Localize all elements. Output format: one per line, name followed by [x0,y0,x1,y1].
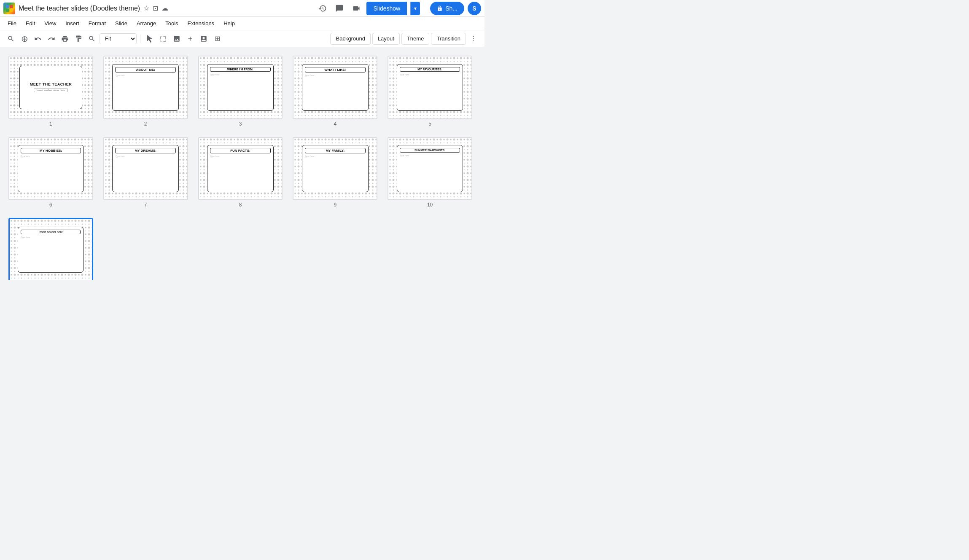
undo-button[interactable] [32,33,44,45]
search-button[interactable] [5,33,17,45]
add-button[interactable]: ⊕ [19,33,30,45]
slide-number-3: 3 [239,121,242,127]
image-tool[interactable] [171,33,183,45]
svg-rect-2 [6,9,9,12]
header-right: Slideshow ▾ Sh... S [316,2,481,15]
slides-grid: MEET THE TEACHER Insert teacher name her… [8,56,472,280]
slide-5[interactable]: MY FAVOURITES: Type here [388,56,472,119]
slide-wrapper-7: MY DREAMS: Type here 7 [103,137,188,208]
star-icon[interactable]: ☆ [143,4,149,12]
select-tool[interactable] [157,33,169,45]
slide-8[interactable]: FUN FACTS: Type here [198,137,283,201]
menu-slide[interactable]: Slide [111,19,132,28]
slide-number-8: 8 [239,202,242,208]
folder-icon[interactable]: ⊡ [153,4,158,12]
slide-6[interactable]: MY HOBBIES: Type here [8,137,93,201]
slide-wrapper-3: WHERE I'M FROM: Type here 3 [198,56,283,127]
slide-wrapper-11: Insert header here Type here 11 [8,218,93,280]
toolbar-divider-1 [140,35,140,43]
cloud-icon[interactable]: ☁ [162,4,168,12]
slide-wrapper-5: MY FAVOURITES: Type here 5 [388,56,472,127]
slide-wrapper-8: FUN FACTS: Type here 8 [198,137,283,208]
menu-help[interactable]: Help [219,19,239,28]
slide-7[interactable]: MY DREAMS: Type here [103,137,188,201]
svg-rect-3 [10,9,13,12]
toolbar: ⊕ Fit 50% 75% 100% 125% 150% 200% ⊞ Back… [0,30,484,47]
svg-rect-0 [6,5,9,8]
video-button[interactable] [350,2,363,15]
theme-button[interactable]: Theme [401,33,429,45]
shape-tool[interactable] [184,33,196,45]
slide-number-6: 6 [49,202,52,208]
menu-view[interactable]: View [40,19,60,28]
zoom-search-button[interactable] [86,33,98,45]
redo-button[interactable] [46,33,57,45]
menu-file[interactable]: File [3,19,21,28]
menu-format[interactable]: Format [84,19,110,28]
print-button[interactable] [59,33,71,45]
more-options-button[interactable]: ⋮ [468,33,479,45]
layout-button[interactable]: Layout [372,33,400,45]
slide-number-5: 5 [428,121,431,127]
transition-button[interactable]: Transition [431,33,466,45]
slide-2[interactable]: ABOUT ME: Type here [103,56,188,119]
slide-number-4: 4 [334,121,336,127]
menu-tools[interactable]: Tools [161,19,182,28]
menu-bar: File Edit View Insert Format Slide Arran… [0,17,484,30]
paint-format-button[interactable] [73,33,84,45]
slide-1-title: MEET THE TEACHER [30,82,72,86]
zoom-select[interactable]: Fit 50% 75% 100% 125% 150% 200% [100,33,137,44]
comments-button[interactable] [333,2,346,15]
share-button[interactable]: Sh... [430,2,464,15]
background-button[interactable]: Background [330,33,370,45]
slides-container: MEET THE TEACHER Insert teacher name her… [0,47,484,280]
slide-9[interactable]: MY FAMILY: Type here [293,137,377,201]
slide-wrapper-9: MY FAMILY: Type here 9 [293,137,377,208]
avatar[interactable]: S [468,2,481,15]
slide-wrapper-1: MEET THE TEACHER Insert teacher name her… [8,56,93,127]
slideshow-button[interactable]: Slideshow [366,2,407,15]
slide-11[interactable]: Insert header here Type here [8,218,93,280]
menu-extensions[interactable]: Extensions [183,19,219,28]
document-title: Meet the teacher slides (Doodles theme) [19,5,140,12]
slide-4[interactable]: WHAT I LIKE: Type here [293,56,377,119]
slide-number-2: 2 [144,121,147,127]
svg-rect-1 [10,5,13,8]
line-tool[interactable] [198,33,210,45]
slide-number-7: 7 [144,202,147,208]
slide-1-subtitle: Insert teacher name here [34,88,68,92]
slide-3[interactable]: WHERE I'M FROM: Type here [198,56,283,119]
title-icons: ☆ ⊡ ☁ [143,4,168,12]
menu-arrange[interactable]: Arrange [132,19,160,28]
slide-number-1: 1 [49,121,52,127]
slide-10[interactable]: SUMMER SNAPSHOTS: Type here [388,137,472,201]
main-content: MEET THE TEACHER Insert teacher name her… [0,47,484,280]
slideshow-dropdown[interactable]: ▾ [410,2,420,15]
comment-tool[interactable]: ⊞ [211,33,223,45]
slide-wrapper-2: ABOUT ME: Type here 2 [103,56,188,127]
menu-edit[interactable]: Edit [22,19,39,28]
app-logo [3,3,15,14]
slide-wrapper-6: MY HOBBIES: Type here 6 [8,137,93,208]
share-label: Sh... [445,5,458,12]
slide-wrapper-4: WHAT I LIKE: Type here 4 [293,56,377,127]
slide-number-9: 9 [334,202,336,208]
menu-insert[interactable]: Insert [61,19,83,28]
slide-number-10: 10 [427,202,433,208]
cursor-tool[interactable] [144,33,156,45]
slide-1[interactable]: MEET THE TEACHER Insert teacher name her… [8,56,93,119]
title-bar: Meet the teacher slides (Doodles theme) … [0,0,484,17]
slide-wrapper-10: SUMMER SNAPSHOTS: Type here 10 [388,137,472,208]
history-button[interactable] [316,2,329,15]
